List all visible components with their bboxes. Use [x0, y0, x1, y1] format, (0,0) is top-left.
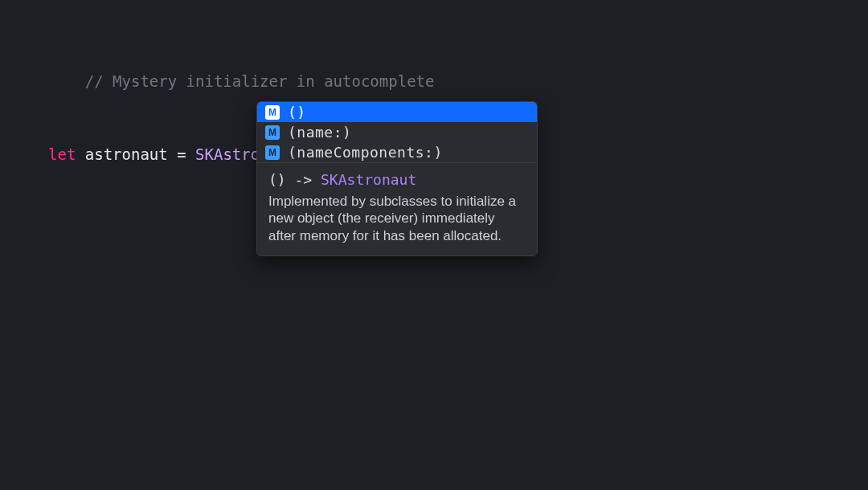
method-icon: M — [265, 145, 280, 160]
autocomplete-detail-panel: () -> SKAstronaut Implemented by subclas… — [257, 162, 537, 255]
autocomplete-item-label: (name:) — [288, 124, 351, 141]
autocomplete-item[interactable]: M (name:) — [257, 122, 537, 142]
keyword-let: let — [48, 145, 76, 163]
autocomplete-item[interactable]: M (nameComponents:) — [257, 142, 537, 162]
signature-return-type: SKAstronaut — [321, 171, 416, 188]
autocomplete-description: Implemented by subclasses to initialize … — [268, 193, 526, 244]
method-icon: M — [265, 125, 280, 140]
variable-name: astronaut — [76, 145, 177, 163]
autocomplete-popup[interactable]: M () M (name:) M (nameComponents:) () ->… — [256, 101, 538, 256]
autocomplete-item[interactable]: M () — [257, 102, 537, 122]
comment-text: // Mystery initializer in autocomplete — [85, 72, 435, 90]
equals-sign: = — [177, 145, 195, 163]
autocomplete-item-label: () — [288, 104, 306, 120]
signature-prefix: () -> — [268, 171, 321, 188]
autocomplete-item-label: (nameComponents:) — [288, 144, 443, 161]
method-icon: M — [265, 105, 280, 120]
autocomplete-signature: () -> SKAstronaut — [268, 171, 526, 188]
